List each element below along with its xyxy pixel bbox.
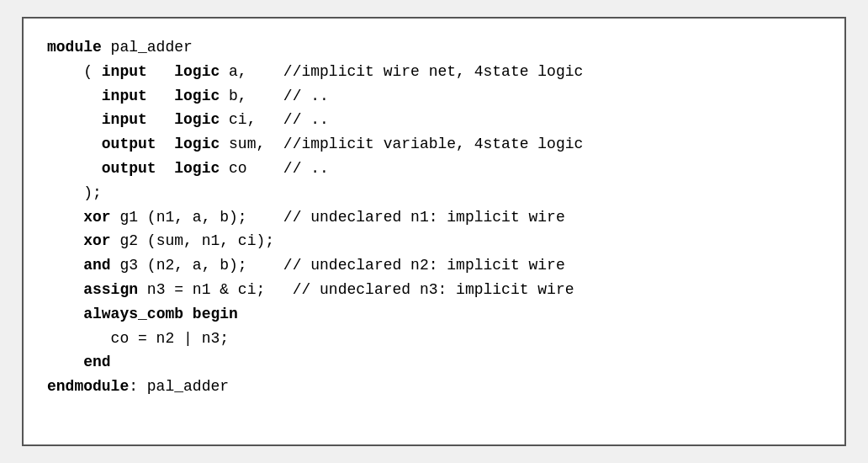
code-line-15: endmodule: pal_adder (47, 375, 821, 399)
code-line-12: always_comb begin (47, 302, 821, 327)
code-line-11: assign n3 = n1 & ci; // undeclared n3: i… (47, 278, 821, 302)
code-container: module pal_adder ( input logic a, //impl… (22, 17, 846, 446)
code-line-2: ( input logic a, //implicit wire net, 4s… (47, 60, 821, 84)
code-block: module pal_adder ( input logic a, //impl… (47, 35, 821, 399)
code-line-13: co = n2 | n3; (47, 327, 821, 351)
code-line-6: output logic co // .. (47, 157, 821, 181)
code-line-5: output logic sum, //implicit variable, 4… (47, 132, 821, 157)
code-line-7: ); (47, 181, 821, 205)
code-line-14: end (47, 350, 821, 375)
code-line-10: and g3 (n2, a, b); // undeclared n2: imp… (47, 253, 821, 278)
code-line-1: module pal_adder (47, 35, 821, 60)
code-line-4: input logic ci, // .. (47, 108, 821, 132)
code-line-3: input logic b, // .. (47, 84, 821, 109)
code-line-9: xor g2 (sum, n1, ci); (47, 229, 821, 253)
code-line-8: xor g1 (n1, a, b); // undeclared n1: imp… (47, 205, 821, 230)
